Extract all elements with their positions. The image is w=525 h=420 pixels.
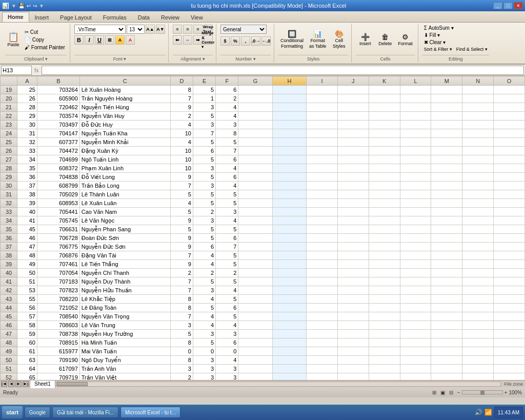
cell[interactable]: 35 [17,164,37,173]
cell[interactable]: 9 [170,243,193,251]
cell[interactable] [400,225,431,234]
cell[interactable]: 709719 [37,373,79,381]
cell[interactable] [431,277,462,286]
cell[interactable]: 3 [193,373,215,381]
cell[interactable] [272,155,306,164]
cell[interactable] [400,234,431,243]
cell[interactable]: 708738 [37,330,79,338]
minimize-button[interactable]: _ [493,2,502,9]
cell[interactable] [400,347,431,356]
cell[interactable]: 3 [216,121,238,129]
cell-styles-button[interactable]: 🎨 CellStyles [330,29,348,50]
cell[interactable] [337,103,369,112]
col-header-i[interactable]: I [307,76,338,86]
cell[interactable] [431,86,462,94]
cell[interactable] [462,312,494,321]
cell[interactable]: Lê Thành Luân [79,190,170,199]
cell[interactable]: 707054 [37,269,79,277]
cell[interactable] [494,112,525,121]
cell[interactable] [238,138,272,147]
cell[interactable]: 703574 [37,112,79,121]
cell[interactable] [494,330,525,338]
cell[interactable] [307,103,338,112]
horizontal-scrollbar[interactable] [56,382,501,387]
cell[interactable] [369,129,400,138]
cell[interactable]: Đoàn Đức Sơn [79,234,170,243]
cell[interactable] [369,208,400,216]
cell[interactable] [494,173,525,182]
cell[interactable] [307,173,338,182]
cell[interactable] [369,338,400,347]
cell[interactable]: Đỗ Đức Huy [79,121,170,129]
cell[interactable] [400,338,431,347]
cell[interactable]: 5 [170,330,193,338]
cell[interactable] [400,86,431,94]
align-left-button[interactable]: ⬅ [173,35,182,45]
cell[interactable] [238,251,272,260]
cell[interactable] [369,365,400,373]
formula-input[interactable] [42,66,524,75]
cell[interactable] [337,356,369,365]
cell[interactable] [462,216,494,225]
cell[interactable] [307,225,338,234]
cell[interactable]: 5 [216,260,238,269]
cell[interactable] [272,129,306,138]
cell[interactable]: 5 [193,86,215,94]
cell[interactable] [238,304,272,312]
cell[interactable] [494,260,525,269]
maximize-button[interactable]: □ [503,2,513,9]
cell[interactable]: Lê Khắc Tiệp [79,295,170,304]
scroll-prev-button[interactable]: ◄ [8,381,14,387]
row-header[interactable]: 40 [1,269,17,277]
cell[interactable]: 6 [193,243,215,251]
cell[interactable] [307,338,338,347]
cell[interactable] [431,225,462,234]
cell[interactable]: Ngô Tuấn Linh [79,155,170,164]
row-header[interactable]: 37 [1,243,17,251]
cell[interactable]: 46 [17,234,37,243]
cell[interactable] [307,234,338,243]
cell[interactable] [431,269,462,277]
cell[interactable] [494,347,525,356]
cell[interactable]: Trần Nguyên Hoàng [79,94,170,103]
cell[interactable]: 4 [170,138,193,147]
cell[interactable] [307,121,338,129]
cell[interactable] [400,295,431,304]
cell[interactable]: 607377 [37,138,79,147]
cell[interactable] [337,190,369,199]
font-color-button[interactable]: A [126,35,135,45]
cell[interactable]: 707183 [37,277,79,286]
cell[interactable] [272,260,306,269]
align-center-button[interactable]: ↔ [183,35,192,45]
cell[interactable] [337,243,369,251]
cell[interactable]: 4 [216,112,238,121]
cell[interactable]: 709190 [37,356,79,365]
decrease-font-button[interactable]: A▼ [156,25,165,34]
cell[interactable]: 32 [17,138,37,147]
cell[interactable]: 2 [216,94,238,103]
row-header[interactable]: 24 [1,129,17,138]
cell[interactable]: 0 [216,347,238,356]
row-header[interactable]: 28 [1,164,17,173]
view-break-icon[interactable]: ⊟ [449,390,453,395]
row-header[interactable]: 20 [1,94,17,103]
cell[interactable] [238,312,272,321]
cell[interactable] [462,295,494,304]
cell[interactable]: 8 [216,129,238,138]
cell[interactable]: 4 [170,199,193,208]
cell[interactable]: 0 [170,347,193,356]
cell[interactable] [431,304,462,312]
cell[interactable] [337,173,369,182]
cell[interactable]: 4 [216,182,238,190]
cell[interactable] [238,225,272,234]
row-header[interactable]: 42 [1,286,17,295]
cell[interactable]: 8 [170,356,193,365]
cell[interactable] [337,121,369,129]
cell[interactable] [307,164,338,173]
cell[interactable]: 5 [216,199,238,208]
row-header[interactable]: 27 [1,155,17,164]
cell[interactable] [494,373,525,381]
row-header[interactable]: 49 [1,347,17,356]
cell[interactable] [238,260,272,269]
cell[interactable]: 708915 [37,338,79,347]
